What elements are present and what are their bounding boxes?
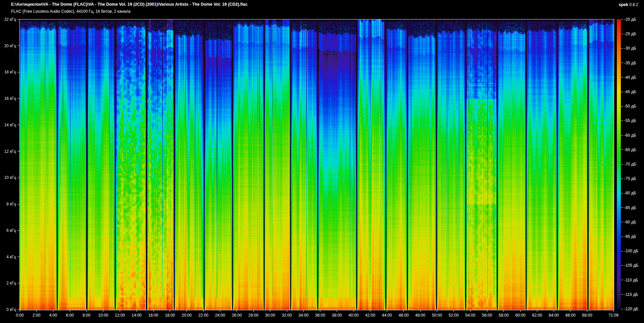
time-tick-label: 22:00 <box>196 313 211 318</box>
time-tick <box>253 310 254 312</box>
freq-tick <box>17 151 19 151</box>
db-tick-label: -115 дБ <box>624 292 638 297</box>
time-tick <box>520 310 521 312</box>
app-version: 0.8.2 <box>629 2 638 7</box>
freq-tick-label: 20 кГц <box>1 44 16 48</box>
time-tick <box>20 310 20 312</box>
time-tick-label: 66:00 <box>563 313 578 318</box>
time-tick <box>287 310 287 312</box>
time-tick <box>437 310 437 312</box>
db-tick-label: -30 дБ <box>624 46 636 51</box>
app-name: spek <box>619 2 628 7</box>
time-tick-label: 52:00 <box>446 313 461 318</box>
time-tick-label: 68:00 <box>580 313 595 318</box>
time-tick <box>236 310 237 312</box>
time-tick-label: 32:00 <box>279 313 294 318</box>
time-tick <box>220 310 220 312</box>
db-tick <box>621 48 623 49</box>
db-tick-label: -120 дБ <box>624 307 638 311</box>
time-tick-label: 36:00 <box>313 313 328 318</box>
time-tick <box>337 310 337 312</box>
time-tick <box>354 310 354 312</box>
time-tick-label: 24:00 <box>213 313 227 318</box>
time-tick-label: 71:09 <box>606 313 621 318</box>
freq-tick-label: 8 кГц <box>1 202 16 206</box>
db-tick-label: -100 дБ <box>624 249 638 253</box>
time-tick <box>370 310 370 312</box>
app-version-label: spek 0.8.2 <box>619 2 638 7</box>
file-path-title: E:\Антициклон\VA - The Dome (FLAC)\VA - … <box>11 2 248 7</box>
time-tick <box>70 310 70 312</box>
time-tick <box>53 310 53 312</box>
freq-tick <box>17 19 19 20</box>
legend-gradient-bar <box>617 19 621 309</box>
db-tick <box>621 237 623 237</box>
time-tick-label: 50:00 <box>430 313 444 318</box>
freq-tick <box>17 257 19 257</box>
time-tick <box>387 310 387 312</box>
db-tick <box>621 19 623 20</box>
time-tick-label: 58:00 <box>496 313 511 318</box>
freq-tick <box>17 72 19 72</box>
time-tick-label: 42:00 <box>363 313 378 318</box>
time-tick-label: 38:00 <box>329 313 344 318</box>
time-tick <box>587 310 587 312</box>
db-tick-label: -40 дБ <box>624 75 636 80</box>
time-tick-label: 28:00 <box>246 313 261 318</box>
db-tick-label: -50 дБ <box>624 104 636 109</box>
db-tick <box>621 135 623 135</box>
freq-tick-label: 6 кГц <box>1 228 16 233</box>
freq-tick-label: 4 кГц <box>1 255 16 259</box>
time-tick <box>503 310 504 312</box>
db-tick-label: -95 дБ <box>624 234 636 239</box>
db-tick <box>621 251 623 251</box>
db-tick <box>621 207 623 208</box>
time-tick-label: 26:00 <box>229 313 244 318</box>
db-tick-label: -105 дБ <box>624 263 638 268</box>
freq-tick-label: 14 кГц <box>1 123 16 127</box>
freq-tick-label: 18 кГц <box>1 70 16 74</box>
time-tick-label: 8:00 <box>79 313 94 318</box>
freq-tick <box>17 178 19 178</box>
time-tick-label: 62:00 <box>530 313 544 318</box>
time-tick <box>320 310 320 312</box>
time-tick-label: 20:00 <box>179 313 194 318</box>
freq-tick-label: 22 кГц <box>1 17 16 22</box>
time-tick-label: 12:00 <box>113 313 127 318</box>
time-tick <box>103 310 103 312</box>
db-tick <box>621 92 623 92</box>
time-tick-label: 34:00 <box>296 313 311 318</box>
time-tick-label: 46:00 <box>396 313 411 318</box>
freq-tick <box>17 46 19 46</box>
time-tick <box>470 310 471 312</box>
time-tick-label: 60:00 <box>513 313 528 318</box>
freq-tick-label: 10 кГц <box>1 175 16 180</box>
db-tick-label: -110 дБ <box>624 278 638 282</box>
db-tick <box>621 265 623 266</box>
freq-tick <box>17 283 19 283</box>
time-tick <box>87 310 87 312</box>
freq-tick <box>17 204 19 204</box>
db-tick-label: -60 дБ <box>624 133 636 138</box>
db-tick <box>621 164 623 165</box>
time-tick <box>137 310 137 312</box>
time-tick-label: 40:00 <box>346 313 361 318</box>
time-tick-label: 48:00 <box>413 313 428 318</box>
db-tick <box>621 149 623 150</box>
db-tick <box>621 193 623 193</box>
db-tick <box>621 222 623 222</box>
time-tick-label: 16:00 <box>146 313 161 318</box>
time-tick-label: 10:00 <box>96 313 111 318</box>
time-tick-label: 2:00 <box>29 313 44 318</box>
db-tick <box>621 77 623 77</box>
db-tick-label: -80 дБ <box>624 191 636 195</box>
time-tick <box>153 310 154 312</box>
time-tick-label: 18:00 <box>163 313 177 318</box>
time-tick-label: 4:00 <box>46 313 61 318</box>
db-tick <box>621 106 623 107</box>
db-tick-label: -85 дБ <box>624 205 636 210</box>
format-info: FLAC (Free Lossless Audio Codec), 44100 … <box>11 9 130 14</box>
freq-tick <box>17 310 19 310</box>
freq-tick <box>17 125 19 125</box>
db-tick-label: -75 дБ <box>624 176 636 181</box>
